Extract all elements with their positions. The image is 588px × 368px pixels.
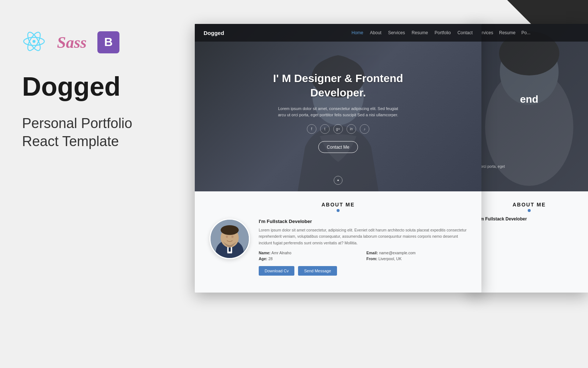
scroll-dot xyxy=(337,180,339,181)
age-label: Age: 28 xyxy=(259,256,359,261)
contact-me-button[interactable]: Contact Me xyxy=(318,141,358,153)
preview-hero: Dogged Home About Services Resume Portfo… xyxy=(195,24,481,191)
nav-link-contact[interactable]: Contact xyxy=(458,30,473,35)
about-text: I'm Fullstack Develober Lorem ipsum dolo… xyxy=(259,219,467,276)
music-icon[interactable]: ♪ xyxy=(360,124,369,134)
sass-icon: Sass xyxy=(57,31,86,53)
right-nav-po[interactable]: Po... xyxy=(521,30,531,35)
nav-link-portfolio[interactable]: Portfolio xyxy=(435,30,451,35)
about-buttons: Download Cv Send Message xyxy=(259,266,467,276)
right-hero-text: end xyxy=(520,93,538,105)
about-content: I'm Fullstack Develober Lorem ipsum dolo… xyxy=(209,219,467,276)
email-label: Email: name@example.com xyxy=(366,251,467,255)
linkedin-icon[interactable]: in xyxy=(347,124,356,134)
hero-social-icons: f t g+ in ♪ xyxy=(195,124,481,134)
google-plus-icon[interactable]: g+ xyxy=(333,124,343,134)
nav-link-about[interactable]: About xyxy=(370,30,381,35)
right-about-line xyxy=(478,209,581,212)
svg-point-14 xyxy=(226,236,228,238)
about-title-dot xyxy=(337,209,340,212)
main-preview: Dogged Home About Services Resume Portfo… xyxy=(195,24,481,293)
svg-point-3 xyxy=(33,40,36,43)
about-section-title: ABOUT ME xyxy=(209,202,467,208)
right-preview-hero: Services Resume Po... end ut orci porta,… xyxy=(470,24,588,191)
scroll-indicator xyxy=(334,176,343,185)
svg-text:Sass: Sass xyxy=(57,33,86,52)
product-title: Dogged xyxy=(22,73,173,100)
right-about-title: ABOUT ME xyxy=(478,202,581,208)
about-description: Lorem ipsum dolor sit amet consectetur, … xyxy=(259,227,467,246)
twitter-icon[interactable]: t xyxy=(320,124,330,134)
right-about-dot xyxy=(528,209,531,212)
right-about-section: ABOUT ME I'm Fullstack Develober xyxy=(470,191,588,293)
product-subtitle: Personal PortfolioReact Template xyxy=(22,114,173,151)
right-nav-links: Services Resume Po... xyxy=(476,30,530,35)
tech-icons: Sass B xyxy=(22,29,173,55)
right-hero-subtext: ut orci porta, eget xyxy=(476,164,582,169)
bootstrap-icon: B xyxy=(97,31,119,53)
hero-subtext: Lorem ipsum dolor sit amet, consectetur … xyxy=(276,105,401,118)
about-avatar xyxy=(209,219,250,259)
hero-content: I' M Designer & FrontendDeveloper. Lorem… xyxy=(195,71,481,153)
right-preview-nav: Services Resume Po... xyxy=(470,24,588,42)
nav-link-home[interactable]: Home xyxy=(352,30,363,35)
facebook-icon[interactable]: f xyxy=(307,124,316,134)
nav-link-resume[interactable]: Resume xyxy=(412,30,428,35)
nav-link-services[interactable]: Services xyxy=(388,30,405,35)
from-label: From: Liverpool, UK xyxy=(366,256,467,261)
preview-nav: Dogged Home About Services Resume Portfo… xyxy=(195,24,481,42)
download-cv-button[interactable]: Download Cv xyxy=(259,266,294,276)
right-nav-resume[interactable]: Resume xyxy=(499,30,516,35)
about-fullstack-title: I'm Fullstack Develober xyxy=(259,219,467,224)
nav-links: Home About Services Resume Portfolio Con… xyxy=(352,30,473,35)
send-message-button[interactable]: Send Message xyxy=(298,266,337,276)
avatar-image xyxy=(211,219,249,258)
react-icon xyxy=(22,29,46,55)
about-info-grid: Name: Amr Alnaho Email: name@example.com… xyxy=(259,251,467,261)
about-section: ABOUT ME xyxy=(195,191,481,293)
hero-heading: I' M Designer & FrontendDeveloper. xyxy=(195,71,481,99)
svg-point-15 xyxy=(232,236,234,238)
left-panel: Sass B Dogged Personal PortfolioReact Te… xyxy=(0,0,195,368)
right-preview: Services Resume Po... end ut orci porta,… xyxy=(470,24,588,293)
nav-brand: Dogged xyxy=(204,30,224,36)
about-title-line xyxy=(209,209,467,212)
name-label: Name: Amr Alnaho xyxy=(259,251,359,255)
right-about-subtitle: I'm Fullstack Develober xyxy=(478,216,581,222)
svg-point-13 xyxy=(220,225,239,235)
